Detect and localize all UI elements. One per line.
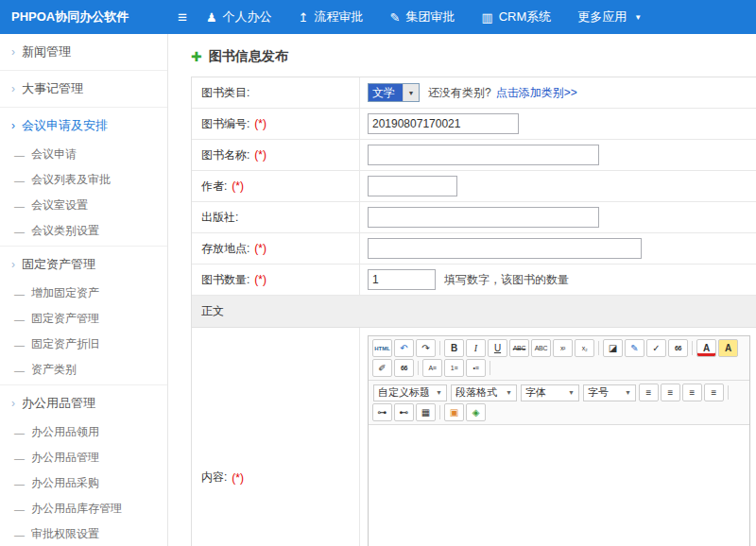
chart-icon: ▥ [481, 11, 492, 24]
nav-item-label: 个人办公 [223, 9, 272, 26]
chevron-down-icon: ▼ [403, 84, 419, 101]
sidebar-subitem-3-1[interactable]: —固定资产管理 [0, 306, 167, 332]
sidebar-item-1[interactable]: ›大事记管理 [0, 73, 167, 105]
category-select[interactable]: 文学▼ [368, 83, 420, 102]
sidebar-subitem-3-3[interactable]: —资产类别 [0, 357, 167, 383]
blockquote-icon[interactable]: 66 [668, 339, 688, 357]
sidebar-subitem-4-0[interactable]: —办公用品领用 [0, 419, 167, 445]
custom-title-select[interactable]: 自定义标题▼ [373, 384, 447, 401]
format-brush-icon[interactable]: ✎ [625, 339, 644, 357]
align-center-icon[interactable]: ≡ [661, 384, 680, 401]
superscript-icon[interactable]: x² [553, 339, 573, 357]
field-cell [360, 109, 756, 139]
link-icon[interactable]: ⊶ [372, 403, 392, 421]
sidebar-item-2[interactable]: ›会议申请及安排 [0, 110, 167, 142]
nav-item-group-approval[interactable]: ✎集团审批 [389, 9, 455, 26]
sidebar-item-4[interactable]: ›办公用品管理 [0, 387, 167, 419]
nav-item-label: 更多应用 [577, 9, 627, 26]
author-input[interactable] [368, 176, 457, 196]
italic-icon[interactable]: I [466, 339, 486, 357]
field-hint: 填写数字，该图书的数量 [444, 272, 569, 288]
sidebar-subitem-2-2[interactable]: —会议室设置 [0, 193, 167, 218]
paste-filter-icon[interactable]: ✓ [646, 339, 666, 357]
strikethrough-icon[interactable]: ABC [509, 339, 529, 357]
sidebar-item-0[interactable]: ›新闻管理 [0, 36, 167, 68]
required-mark: (*) [232, 179, 244, 193]
quote-icon[interactable]: 66 [394, 359, 414, 377]
subscript-icon[interactable]: x₂ [575, 339, 594, 357]
align-justify-icon[interactable]: ≡ [704, 384, 724, 401]
location-input[interactable] [368, 238, 642, 259]
sidebar-subitem-4-1[interactable]: —办公用品管理 [0, 445, 167, 470]
chevron-down-icon: ▼ [625, 389, 631, 396]
field-label-cell: 图书类目: [192, 77, 360, 108]
form-row-author: 作者:(*) [192, 171, 756, 202]
sidebar-item-3[interactable]: ›固定资产管理 [0, 248, 167, 281]
sidebar-subitem-2-3[interactable]: —会议类别设置 [0, 218, 167, 244]
highlight-color-icon[interactable]: A [718, 339, 738, 357]
auto-typeset-icon[interactable]: A≡ [422, 359, 442, 377]
required-mark: (*) [254, 242, 266, 255]
editor-toolbar-row-2: 自定义标题▼段落格式▼字体▼字号▼≡≡≡≡⊶⊷▦▣◈ [369, 381, 749, 425]
field-label-cell: 出版社: [192, 202, 360, 232]
nav-item-process-approval[interactable]: ↥流程审批 [299, 9, 364, 26]
sidebar-subitem-2-0[interactable]: —会议申请 [0, 142, 167, 167]
quantity-input[interactable] [368, 269, 436, 290]
spellcheck-icon[interactable]: ABC [531, 339, 551, 357]
table-icon[interactable]: ▦ [416, 403, 436, 421]
book-number-input[interactable] [368, 113, 519, 134]
align-left-icon[interactable]: ≡ [639, 384, 659, 401]
field-label: 内容: [201, 469, 227, 486]
menu-icon[interactable]: ≡ [178, 9, 187, 26]
chevron-right-icon: › [11, 83, 15, 94]
dash-icon: — [14, 288, 25, 299]
field-label: 图书类目: [201, 85, 249, 101]
publisher-input[interactable] [368, 207, 599, 228]
sidebar-item-label: 大事记管理 [22, 80, 83, 97]
eraser-icon[interactable]: ◪ [603, 339, 623, 357]
sidebar-subitem-3-0[interactable]: —增加固定资产 [0, 281, 167, 306]
book-name-input[interactable] [368, 145, 599, 165]
unlink-icon[interactable]: ⊷ [394, 403, 414, 421]
sidebar-subitem-4-3[interactable]: —办公用品库存管理 [0, 496, 167, 521]
sidebar-subitem-4-2[interactable]: —办公用品采购 [0, 470, 167, 496]
nav-item-more-apps[interactable]: 更多应用▼ [577, 9, 642, 26]
font-size-select[interactable]: 字号▼ [583, 384, 636, 401]
bold-icon[interactable]: B [444, 339, 464, 357]
nav-item-label: CRM系统 [499, 9, 552, 26]
dash-icon: — [14, 175, 25, 186]
sidebar-subitem-3-2[interactable]: —固定资产折旧 [0, 332, 167, 357]
underline-icon[interactable]: U [488, 339, 507, 357]
sidebar-subitem-label: 固定资产管理 [31, 311, 99, 327]
book-form: 图书类目:文学▼还没有类别?点击添加类别>>图书编号:(*)图书名称:(*)作者… [191, 77, 756, 546]
sidebar-subitem-label: 办公用品采购 [31, 475, 99, 491]
redo-icon[interactable]: ↷ [416, 339, 436, 357]
editor-body[interactable] [369, 425, 749, 546]
topbar: PHPOA协同办公软件 ≡ ♟个人办公↥流程审批✎集团审批▥CRM系统更多应用▼ [0, 0, 756, 34]
sidebar-subitem-label: 增加固定资产 [31, 285, 99, 301]
sidebar-item-label: 会议申请及安排 [22, 117, 108, 134]
image-icon[interactable]: ▣ [444, 403, 464, 421]
sidebar-subitem-2-1[interactable]: —会议列表及审批 [0, 167, 167, 193]
page-title: ✚ 图书信息发布 [168, 34, 756, 77]
nav-item-personal-office[interactable]: ♟个人办公 [206, 9, 272, 26]
sidebar-subitem-4-4[interactable]: —审批权限设置 [0, 521, 167, 546]
map-icon[interactable]: ◈ [466, 403, 486, 421]
source-icon[interactable]: HTML [372, 339, 392, 357]
nav-item-label: 集团审批 [405, 9, 455, 26]
field-cell: 文学▼还没有类别?点击添加类别>> [360, 77, 756, 108]
sidebar-group-2: ›会议申请及安排—会议申请—会议列表及审批—会议室设置—会议类别设置 [0, 108, 167, 247]
unordered-list-icon[interactable]: •≡ [466, 359, 486, 377]
nav-item-crm-system[interactable]: ▥CRM系统 [481, 9, 551, 26]
scrawl-icon[interactable]: ✐ [372, 359, 392, 377]
font-color-icon[interactable]: A [696, 339, 716, 357]
font-family-select[interactable]: 字体▼ [521, 384, 579, 401]
undo-icon[interactable]: ↶ [394, 339, 414, 357]
align-right-icon[interactable]: ≡ [682, 384, 702, 401]
dash-icon: — [14, 149, 25, 161]
user-icon: ♟ [206, 11, 217, 24]
toolbar-separator [439, 341, 440, 355]
paragraph-format-select[interactable]: 段落格式▼ [451, 384, 517, 401]
add-category-link[interactable]: 点击添加类别>> [496, 85, 577, 101]
ordered-list-icon[interactable]: 1≡ [444, 359, 464, 377]
